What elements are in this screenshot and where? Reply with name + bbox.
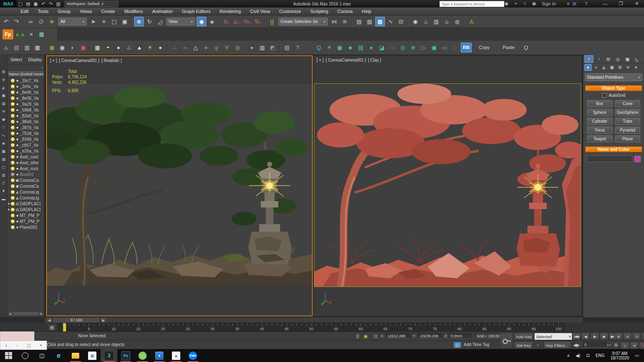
start-button[interactable] [0,349,17,362]
orbit-icon[interactable]: ● [639,342,644,349]
corona-teapot-icon[interactable]: ♨ [1,43,11,52]
viewport-menu-plus[interactable]: [ + ] [50,58,57,63]
time-configuration-icon[interactable]: ⊞ [612,342,620,348]
previous-key-icon[interactable]: ◀ [46,317,52,323]
explorer-row[interactable]: ▶_753d_Va [8,130,44,136]
undo-icon[interactable]: ↶ [39,1,47,7]
corona-target-icon[interactable]: ⊕ [408,43,418,52]
explorer-menu-display[interactable]: Display [25,57,45,62]
hidden-icons-caret[interactable]: ∧ [567,353,570,358]
object-name-input[interactable] [587,155,632,162]
tab-utilities-icon[interactable]: ◺ [633,55,641,63]
render-production-icon[interactable]: ♨ [442,17,452,26]
toggle-key-icon[interactable] [500,333,513,349]
menu-tools[interactable]: Tools [33,8,53,15]
teapot-create-icon[interactable]: ♨ [124,43,134,52]
z-coordinate-field[interactable]: 0.0mm [449,333,471,339]
visibility-bulb-icon[interactable] [11,90,15,94]
tab-hierarchy-icon[interactable]: ⊞ [604,55,613,63]
app-logo[interactable]: MAX [0,0,17,8]
visibility-bulb-icon[interactable] [11,225,15,229]
explorer-tool-icon[interactable]: ◈ [0,140,7,147]
visibility-bulb-icon[interactable] [11,132,15,135]
explorer-row[interactable]: ▶_8e06_Va [8,89,44,95]
paste-button[interactable]: Paste [497,43,520,52]
named-selection-sets-select[interactable]: Create Selection Se∨ [278,18,328,26]
headphones-icon[interactable]: Ω [632,333,641,340]
explorer-row[interactable]: ▶_9a29_Va [8,101,44,107]
spinner-snap-icon[interactable]: ⇅ₙ [253,17,262,26]
save-file-icon[interactable]: ▣ [32,1,39,7]
zoom-icon[interactable]: ▷ [621,342,629,349]
undo-icon[interactable]: ↶ [1,17,11,26]
viewport-clay[interactable]: [ + ] [ CoronaCamera001 ] [ Clay ] [313,55,582,316]
explorer-tool-icon[interactable]: ◭ [0,85,7,91]
cone-create-icon[interactable]: ▲ [135,43,144,52]
corona-sun-icon[interactable]: ◐ [68,43,78,52]
viewport-menu-mode[interactable]: [ Realistic ] [101,58,122,63]
explorer-overflow-icon[interactable]: » [42,66,43,70]
selected-dropdown[interactable]: Selected∨ [534,333,573,340]
explorer-row[interactable]: ▶Aset_cast [8,154,44,160]
explorer-row[interactable]: ▶_83a0_Va [8,113,44,119]
corona-cam-red-icon[interactable]: ▣ [78,43,88,52]
corona-camera-icon[interactable]: ▣ [57,43,67,52]
corona-list-icon[interactable]: ▤ [356,43,366,52]
viewport-menu-camera[interactable]: [ CoronaCamera001 ] [59,58,99,63]
close-button[interactable]: ✕ [630,0,644,7]
create-tube-button[interactable]: Tube [615,118,641,125]
current-frame-field[interactable]: 0 [583,342,606,347]
select-by-name-icon[interactable]: ≡ [99,17,109,26]
explorer-row[interactable]: ▶MT_PM_P [8,212,44,218]
curve-editor-icon[interactable]: ∿ [386,17,395,26]
taskbar-3dsmax[interactable]: 3 [101,349,117,362]
select-link-icon[interactable]: ∞ [26,17,36,26]
explorer-row[interactable]: ▶_8349_Va [8,136,44,142]
corona-sun2-icon[interactable]: ☀ [325,43,334,52]
visibility-bulb-icon[interactable] [11,173,15,176]
primitive-category-select[interactable]: Standard Primitives ∨ [585,73,642,81]
box-light-icon[interactable]: ▩ [93,43,102,52]
popup-close-icon[interactable]: × [39,343,42,348]
render-setup-icon[interactable]: ♨ [421,17,431,26]
explorer-tool-icon[interactable]: ▧ [0,156,7,163]
forest-pack-icon[interactable]: Fp [3,29,13,39]
explorer-tool-icon[interactable]: ▤ [0,101,7,107]
mirror-icon[interactable]: ⋈ [330,17,339,26]
auto-key-button[interactable]: Auto Key [514,333,533,340]
explorer-row[interactable]: ▶DADPLACI [8,207,44,212]
explorer-tool-icon[interactable]: ▦ [0,148,7,155]
light-lister-icon[interactable]: ▥ [22,43,32,52]
mini-curve-editor-icon[interactable]: ▦ [47,323,57,331]
scene-explorer-toggle-icon[interactable]: ▦ [375,17,385,26]
taskbar-edge[interactable]: e [50,349,67,362]
corona-trees-icon[interactable]: ♣ [345,43,355,52]
communication-icon[interactable]: ⌖ [512,0,520,7]
grid-blocks-icon[interactable]: ▦ [641,333,644,340]
explorer-tool-icon[interactable]: ◎ [0,77,7,83]
notification-center-icon[interactable]: ▭ [635,353,639,358]
corona-cam-add-icon[interactable]: ▣ [429,43,439,52]
clipboard-lock-icon[interactable]: ▨ [257,43,267,52]
visibility-bulb-icon[interactable] [11,114,15,118]
corona-tree-frame-icon[interactable]: ◪ [377,43,387,52]
menu-modifiers[interactable]: Modifiers [119,8,148,15]
copy-button[interactable]: Copy [473,43,496,52]
scale-icon[interactable]: ◿ [155,17,165,26]
visibility-bulb-icon[interactable] [11,85,15,88]
isolate-bulb-icon[interactable]: Ϙ [354,333,361,339]
tab-motion-icon[interactable]: ◎ [613,55,622,63]
menu-views[interactable]: Views [75,8,96,15]
key-filters-curve-icon[interactable]: ∿ [534,342,542,348]
explorer-row[interactable]: ▶_2e5c_Va [8,83,44,89]
object-color-swatch[interactable] [634,156,641,162]
explorer-row[interactable]: ▶DADPLACI [8,201,44,207]
explorer-tool-icon[interactable]: ▬ [0,196,7,202]
name-and-color-rollout[interactable]: − Name and Color [585,147,642,152]
explorer-row[interactable]: ▶Aset_rock [8,165,44,171]
corona-teapot2-icon[interactable]: ◌ [450,43,460,52]
leaf-icon[interactable]: ϒ [222,43,232,52]
reference-coordinate-select[interactable]: View∨ [166,18,195,26]
rb-button[interactable]: RB [461,43,472,52]
taskbar-zalo[interactable]: Zalo [184,349,201,362]
